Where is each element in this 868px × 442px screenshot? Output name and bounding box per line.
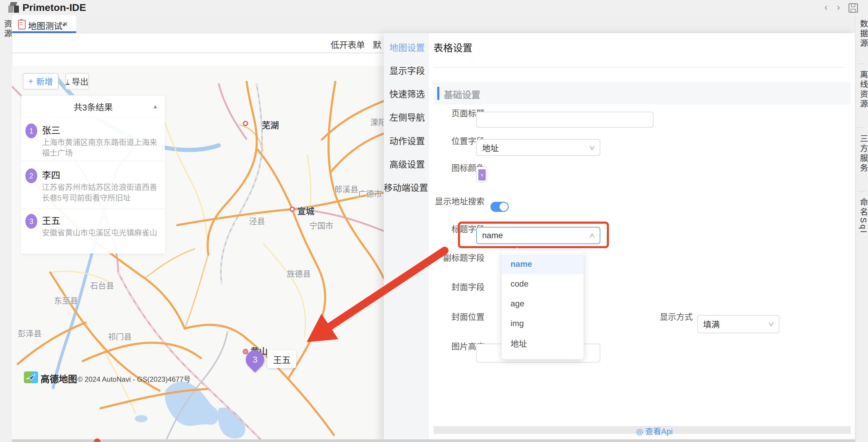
tab-close-icon[interactable]: ×: [63, 19, 68, 29]
drawer-footer-bar: ◎ 查看Api: [433, 426, 851, 434]
right-rail: 数据源 离线资源 三方服务 命名Sql: [855, 15, 868, 442]
marker-number: 3: [246, 350, 264, 369]
label-location-field: 位置字段: [420, 136, 485, 148]
app-title: Primeton-IDE: [23, 2, 86, 13]
map-marker-pin[interactable]: 3: [242, 347, 268, 373]
toggle-knob: [500, 203, 508, 211]
plus-icon: +: [28, 76, 33, 86]
collapse-icon[interactable]: ▲: [152, 103, 158, 110]
nav-forward-icon[interactable]: ›: [833, 1, 844, 13]
toolbar-tab-form[interactable]: 低开表单: [331, 38, 365, 51]
map-label-qimen: 祁门县: [108, 330, 132, 342]
right-rail-datasource[interactable]: 数据源: [858, 20, 868, 49]
map-copyright: © 2024 AutoNavi - GS(2023)4677号: [78, 374, 191, 384]
add-button[interactable]: + 新增: [23, 73, 59, 90]
map-label-wuhu: 芜湖: [262, 119, 279, 131]
export-button-label: 导出: [72, 75, 88, 87]
label-display-mode: 显示方式: [628, 311, 693, 323]
drawer-nav-map-settings[interactable]: 地图设置: [384, 40, 425, 54]
right-rail-offline-resources[interactable]: 离线资源: [858, 70, 868, 109]
document-icon: [18, 20, 26, 30]
results-header[interactable]: 共3条结果 ▲: [21, 95, 165, 118]
active-tab-indicator: [12, 31, 76, 33]
map-label-xuancheng: 宣城: [297, 204, 314, 217]
item-number-badge: 2: [25, 168, 37, 183]
toolbar-tab-default[interactable]: 默: [373, 38, 381, 51]
divider: [433, 67, 845, 68]
title-field-dropdown: name code age img 地址: [502, 251, 584, 359]
item-address: 安徽省黄山市屯溪区屯光镇麻雀山: [42, 227, 160, 238]
address-search-toggle[interactable]: [490, 202, 509, 212]
dropdown-option-name[interactable]: name: [502, 254, 584, 274]
tab-map-test[interactable]: 地图测试* ×: [12, 15, 76, 33]
red-highlight-box: [458, 222, 609, 248]
right-rail-named-sql[interactable]: 命名Sql: [858, 198, 868, 234]
divider: [857, 191, 866, 191]
drawer-nav-mobile-settings[interactable]: 移动端设置: [384, 181, 425, 193]
label-icon-color: 图标颜色: [420, 162, 485, 174]
settings-drawer: 地图设置 显示字段 快速筛选 左侧导航 动作设置 高级设置 移动端设置 表格设置…: [384, 33, 855, 442]
dropdown-option-age[interactable]: age: [502, 294, 584, 314]
map-label-ningguo: 宁国市: [309, 220, 333, 231]
dropdown-option-address[interactable]: 地址: [502, 333, 584, 353]
tab-title: 地图测试*: [28, 19, 66, 32]
chevron-down-icon: ∨: [589, 144, 596, 152]
label-page-title: 页面标题: [420, 108, 485, 120]
view-api-link[interactable]: ◎ 查看Api: [636, 425, 673, 437]
app-logo-icon: [8, 2, 20, 14]
divider: [21, 161, 165, 161]
nav-back-icon[interactable]: ‹: [821, 1, 831, 13]
dropdown-option-img[interactable]: img: [502, 314, 584, 333]
list-item[interactable]: 1 张三 上海市黄浦区南京东路街道上海来福士广场: [21, 123, 165, 161]
item-address: 上海市黄浦区南京东路街道上海来福士广场: [42, 137, 160, 158]
map-label-langxi: 郎溪县: [335, 183, 359, 195]
drawer-nav: 地图设置 显示字段 快速筛选 左侧导航 动作设置 高级设置 移动端设置: [384, 33, 429, 442]
list-item[interactable]: 2 李四 江苏省苏州市姑苏区沧浪街道西善长巷5号司前街看守所旧址: [21, 168, 165, 208]
map-marker-label[interactable]: 王五: [267, 350, 296, 368]
drawer-nav-quick-filter[interactable]: 快速筛选: [384, 87, 425, 100]
color-swatch: ∨: [478, 169, 486, 181]
drawer-title: 表格设置: [433, 40, 472, 54]
section-basic-settings: 基础设置: [433, 82, 851, 104]
drawer-nav-action-settings[interactable]: 动作设置: [384, 134, 425, 147]
page-title-input[interactable]: [476, 112, 653, 128]
item-name: 李四: [42, 168, 60, 181]
app-window: Primeton-IDE ‹ › 资源 数据源 离线资源 三方服务 命名Sql …: [0, 0, 868, 442]
add-button-label: 新增: [36, 75, 53, 87]
display-mode-select[interactable]: 填满 ∨: [697, 315, 779, 333]
display-mode-value: 填满: [703, 318, 720, 330]
dropdown-option-code[interactable]: code: [502, 274, 584, 294]
drawer-nav-display-fields[interactable]: 显示字段: [384, 64, 425, 76]
view-api-label: 查看Api: [645, 427, 673, 436]
export-button[interactable]: ↓ 导出: [65, 73, 89, 90]
save-icon[interactable]: [848, 3, 858, 13]
location-field-select[interactable]: 地址 ∨: [476, 139, 600, 156]
label-subtitle-field: 副标题字段: [420, 252, 485, 264]
drawer-nav-left-nav[interactable]: 左侧导航: [384, 110, 425, 123]
map-label-jingxian: 泾县: [249, 215, 265, 227]
label-address-search: 显示地址搜索: [420, 196, 485, 208]
map-label-liyang: 溧阳: [370, 116, 384, 128]
tab-strip: 地图测试* ×: [12, 15, 855, 33]
chevron-down-icon: ∨: [768, 320, 775, 328]
item-number-badge: 1: [25, 124, 37, 138]
section-accent-bar: [437, 87, 439, 100]
bottom-strip: [12, 439, 855, 442]
icon-color-picker[interactable]: ∨: [476, 167, 487, 183]
item-address: 江苏省苏州市姑苏区沧浪街道西善长巷5号司前街看守所旧址: [42, 182, 160, 203]
title-bar: Primeton-IDE ‹ ›: [0, 0, 868, 15]
map-label-jingde: 旌德县: [287, 268, 311, 279]
map-label-shitai: 石台县: [90, 280, 114, 291]
drawer-nav-advanced-settings[interactable]: 高级设置: [384, 157, 425, 170]
item-name: 张三: [42, 123, 60, 136]
left-rail-resources[interactable]: 资源: [2, 20, 13, 39]
map-label-guangde: 广德市: [358, 188, 382, 199]
amap-logo-icon: [24, 371, 38, 383]
right-rail-thirdparty-services[interactable]: 三方服务: [858, 134, 868, 173]
amap-brand: 高德地图: [40, 372, 77, 385]
results-list: 1 张三 上海市黄浦区南京东路街道上海来福士广场 2 李四 江苏省苏州市姑苏区沧…: [21, 118, 165, 253]
label-image-height: 图片高度: [420, 341, 485, 353]
map-label-pengze: 彭泽县: [18, 327, 42, 339]
list-item[interactable]: 3 王五 安徽省黄山市屯溪区屯光镇麻雀山: [21, 213, 165, 251]
left-rail: 资源: [0, 15, 12, 442]
